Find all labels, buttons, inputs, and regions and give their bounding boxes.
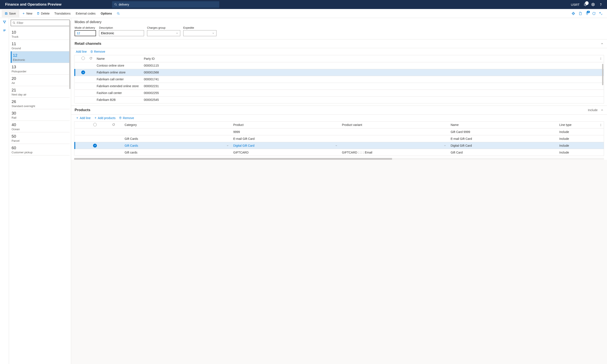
- col-pname[interactable]: Name: [448, 122, 557, 129]
- cell-category[interactable]: Gift Cards: [124, 144, 138, 147]
- action-search-button[interactable]: [115, 11, 122, 16]
- retail-remove[interactable]: Remove: [90, 50, 105, 53]
- retail-grid-more[interactable]: [599, 57, 603, 61]
- svg-line-12: [14, 23, 15, 24]
- settings-button[interactable]: [591, 2, 595, 6]
- sidebar-item-mode[interactable]: 50Parcel: [11, 132, 70, 144]
- cell-product[interactable]: Digital Gift Card: [233, 144, 255, 147]
- sidebar-item-mode[interactable]: 20Air: [11, 75, 70, 86]
- refresh-icon[interactable]: [112, 123, 115, 126]
- external-codes-button[interactable]: External codes: [73, 11, 98, 16]
- mode-name: Electronic: [13, 58, 69, 62]
- table-row[interactable]: Fabrikam call center000001741: [75, 76, 604, 83]
- mode-code: 60: [12, 146, 69, 150]
- app-title: Finance and Operations Preview: [2, 2, 65, 7]
- products-horizontal-scrollbar[interactable]: [74, 158, 604, 160]
- expedite-select[interactable]: [183, 30, 216, 36]
- chevron-down-icon: [335, 144, 337, 147]
- products-add-line-label: Add line: [80, 116, 91, 120]
- col-product[interactable]: Product: [231, 122, 340, 129]
- notifications-button[interactable]: 4: [583, 2, 587, 6]
- retail-add-line[interactable]: Add line: [76, 50, 87, 53]
- mode-input[interactable]: [75, 30, 96, 36]
- sidebar: 10Truck11Ground12Electronic13Pickuporder…: [9, 18, 71, 364]
- products-grid-more[interactable]: [599, 123, 603, 127]
- save-button[interactable]: Save: [2, 10, 19, 17]
- cell-party: 000002255: [142, 90, 604, 96]
- trash-icon: [37, 12, 40, 15]
- include-toggle[interactable]: Include: [588, 108, 598, 112]
- sidebar-item-mode[interactable]: 13Pickuporder: [11, 63, 70, 75]
- refresh-button[interactable]: [592, 12, 596, 15]
- charges-label: Charges group: [147, 26, 180, 29]
- table-row[interactable]: Fashion call center000002255: [75, 90, 604, 96]
- table-row[interactable]: Gift cardsGIFTCARDGIFTCARD : : : : Email…: [75, 149, 604, 156]
- filter-box[interactable]: [11, 20, 70, 26]
- popout-button[interactable]: [599, 12, 603, 15]
- refresh-icon[interactable]: [89, 57, 92, 60]
- products-add-line[interactable]: Add line: [76, 116, 91, 120]
- mode-name: Standard overnight: [12, 104, 69, 108]
- left-rail: [0, 18, 9, 364]
- workspace-icon-button[interactable]: [571, 12, 575, 15]
- pins-button[interactable]: 0: [585, 12, 589, 15]
- table-row[interactable]: Gift CardsE-mail Gift CardE-mail Gift Ca…: [75, 135, 604, 142]
- table-row[interactable]: Contoso online store000001115: [75, 62, 604, 69]
- col-linetype[interactable]: Line type: [557, 122, 604, 129]
- charges-select[interactable]: [147, 30, 180, 36]
- sidebar-item-mode[interactable]: 40Ocean: [11, 121, 70, 132]
- col-category[interactable]: Category: [122, 122, 231, 129]
- mode-name: Parcel: [12, 139, 69, 143]
- attachments-button[interactable]: [578, 12, 582, 15]
- sidebar-item-mode[interactable]: 11Ground: [11, 40, 70, 52]
- filter-input[interactable]: [17, 21, 68, 25]
- products-add-products[interactable]: Add products: [94, 116, 116, 120]
- options-button[interactable]: Options: [98, 11, 115, 16]
- sidebar-item-mode[interactable]: 12Electronic: [11, 52, 70, 63]
- col-name[interactable]: Name: [94, 55, 142, 62]
- col-party[interactable]: Party ID: [142, 55, 604, 62]
- filter-rail-button[interactable]: [2, 20, 6, 25]
- col-variant[interactable]: Product variant: [340, 122, 448, 129]
- table-row[interactable]: Gift CardsDigital Gift CardDigital Gift …: [75, 142, 604, 149]
- new-button[interactable]: New: [20, 11, 35, 16]
- svg-point-22: [601, 126, 601, 126]
- translations-button[interactable]: Translations: [52, 11, 73, 16]
- row-checked-icon[interactable]: [93, 144, 97, 147]
- sidebar-item-mode[interactable]: 21Next day air: [11, 86, 70, 98]
- retail-scrollbar[interactable]: [602, 64, 603, 85]
- page-icon: [578, 12, 582, 15]
- company-code[interactable]: USRT: [571, 3, 580, 6]
- chevron-up-icon[interactable]: [601, 42, 604, 45]
- mode-code: 13: [12, 65, 69, 69]
- sidebar-item-mode[interactable]: 60Customer pickup: [11, 144, 70, 156]
- svg-point-6: [117, 12, 119, 14]
- expedite-label: Expedite: [183, 26, 216, 29]
- cell-name: E-mail Gift Card: [448, 135, 557, 142]
- row-checked-icon[interactable]: [81, 70, 85, 74]
- chevron-up-icon[interactable]: [601, 109, 604, 112]
- sidebar-scrollbar[interactable]: [69, 21, 70, 89]
- global-search-input[interactable]: [119, 3, 217, 6]
- global-search[interactable]: [112, 1, 219, 8]
- table-row[interactable]: Fabrikam B2B000002545: [75, 96, 604, 103]
- sidebar-item-mode[interactable]: 10Truck: [11, 28, 70, 40]
- table-row[interactable]: 9999Gift Card 9999Include: [75, 129, 604, 135]
- select-all-radio[interactable]: [93, 123, 97, 126]
- lines-icon: [2, 28, 6, 32]
- help-button[interactable]: [599, 2, 603, 6]
- search-icon: [114, 3, 117, 6]
- table-row[interactable]: Fabrikam extended online store000002231: [75, 83, 604, 90]
- list-rail-button[interactable]: [2, 28, 6, 33]
- sidebar-item-mode[interactable]: 26Standard overnight: [11, 98, 70, 109]
- mode-code: 21: [12, 88, 69, 92]
- select-all-radio[interactable]: [81, 56, 85, 60]
- delete-button[interactable]: Delete: [35, 11, 52, 16]
- desc-input[interactable]: [99, 30, 144, 36]
- mode-name: Next day air: [12, 93, 69, 96]
- products-remove[interactable]: Remove: [119, 116, 134, 120]
- funnel-icon: [2, 20, 6, 24]
- content-area: Modes of delivery Mode of delivery Descr…: [71, 18, 607, 364]
- sidebar-item-mode[interactable]: 30Rail: [11, 109, 70, 121]
- table-row[interactable]: Fabrikam online store000001568: [75, 69, 604, 76]
